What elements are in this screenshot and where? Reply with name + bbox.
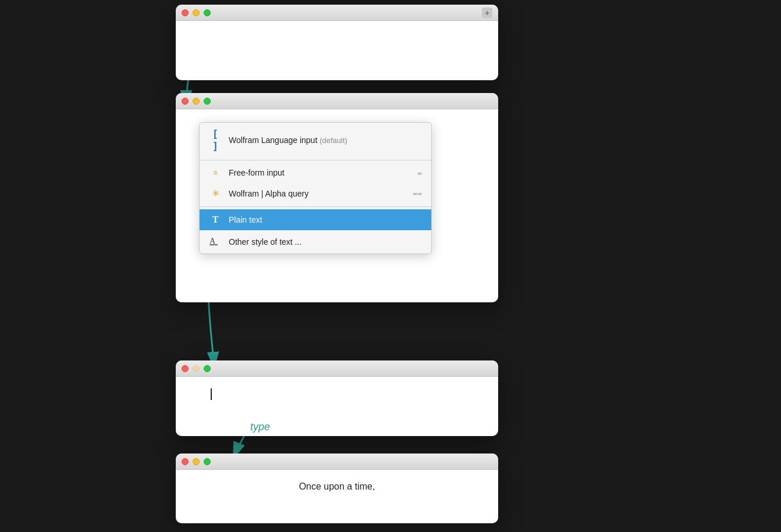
default-label: (default) xyxy=(320,136,347,145)
minimize-button-4[interactable] xyxy=(193,458,200,465)
plain-text-label: Plain text xyxy=(229,215,422,224)
wolfram-language-label: Wolfram Language input (default) xyxy=(229,135,422,145)
cell-type-dropdown: [ ] Wolfram Language input (default) ≡ F… xyxy=(199,122,432,254)
close-button-1[interactable] xyxy=(182,9,189,16)
close-button-3[interactable] xyxy=(182,365,189,372)
close-button-4[interactable] xyxy=(182,458,189,465)
bracket-icon: [ ] xyxy=(209,128,222,152)
maximize-button-4[interactable] xyxy=(204,458,211,465)
minimize-button-3[interactable] xyxy=(193,365,200,372)
wolfram-alpha-label: Wolfram | Alpha query xyxy=(229,189,406,198)
minimize-button-2[interactable] xyxy=(193,98,200,105)
separator-1 xyxy=(200,160,431,160)
separator-2 xyxy=(200,206,431,207)
result-text-content: Once upon a time, xyxy=(299,481,375,491)
maximize-button-3[interactable] xyxy=(204,365,211,372)
menu-item-free-form[interactable]: ≡ Free-form input = xyxy=(200,163,431,183)
window-1: + xyxy=(176,5,498,80)
menu-item-other-style[interactable]: A Other style of text ... xyxy=(200,230,431,253)
titlebar-1: + xyxy=(176,5,498,21)
type-annotation: type xyxy=(250,421,270,433)
menu-item-plain-text[interactable]: T Plain text xyxy=(200,209,431,230)
maximize-button-2[interactable] xyxy=(204,98,211,105)
close-button-2[interactable] xyxy=(182,98,189,105)
menu-item-wolfram-alpha[interactable]: ✳ Wolfram | Alpha query == xyxy=(200,183,431,204)
menu-item-wolfram-language[interactable]: [ ] Wolfram Language input (default) xyxy=(200,123,431,158)
maximize-button-1[interactable] xyxy=(204,9,211,16)
titlebar-4 xyxy=(176,454,498,470)
new-cell-button[interactable]: + xyxy=(482,8,492,18)
window-3 xyxy=(176,360,498,436)
titlebar-3 xyxy=(176,360,498,377)
window1-content xyxy=(176,21,498,56)
window4-content: Once upon a time, xyxy=(176,470,498,505)
minimize-button-1[interactable] xyxy=(193,9,200,16)
window3-content xyxy=(176,377,498,412)
window-2: [ ] Wolfram Language input (default) ≡ F… xyxy=(176,93,498,302)
a-icon: A xyxy=(209,235,222,248)
window2-content: [ ] Wolfram Language input (default) ≡ F… xyxy=(176,109,498,144)
window-4: Once upon a time, xyxy=(176,454,498,523)
other-style-label: Other style of text ... xyxy=(229,237,422,247)
text-cursor xyxy=(211,388,212,400)
lines-icon: ≡ xyxy=(209,169,222,176)
svg-text:A: A xyxy=(210,237,216,245)
titlebar-2 xyxy=(176,93,498,109)
free-form-label: Free-form input xyxy=(229,168,410,177)
t-icon: T xyxy=(209,215,222,225)
free-form-shortcut: = xyxy=(417,169,422,177)
sun-icon: ✳ xyxy=(209,188,222,199)
wolfram-alpha-shortcut: == xyxy=(413,189,422,198)
